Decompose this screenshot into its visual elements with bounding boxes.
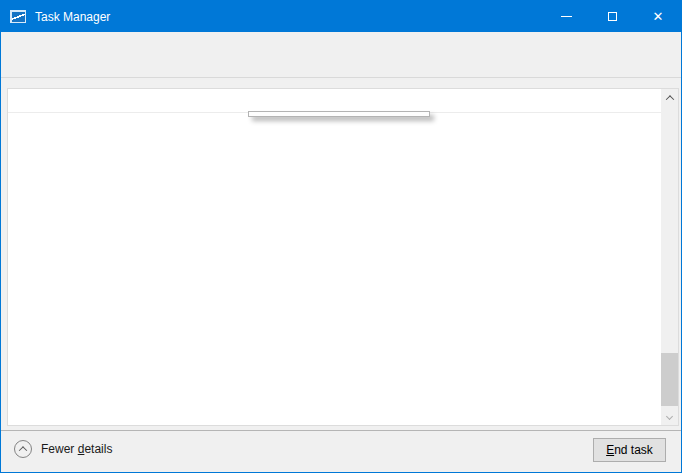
close-icon: ✕ xyxy=(653,9,664,24)
close-button[interactable]: ✕ xyxy=(635,1,681,32)
task-manager-window: Task Manager ✕ Fewer details End task xyxy=(0,0,682,473)
tab-strip xyxy=(1,52,681,78)
minimize-button[interactable] xyxy=(543,1,589,32)
maximize-button[interactable] xyxy=(589,1,635,32)
table-header xyxy=(8,89,678,113)
task-manager-icon xyxy=(10,10,26,23)
chevron-down-icon xyxy=(666,413,673,420)
scroll-up-button[interactable] xyxy=(661,89,678,106)
minimize-icon xyxy=(561,16,572,17)
window-controls: ✕ xyxy=(543,1,681,32)
scroll-down-button[interactable] xyxy=(661,408,678,425)
maximize-icon xyxy=(608,12,617,21)
menu-bar xyxy=(1,32,681,52)
fewer-details-toggle[interactable]: Fewer details xyxy=(14,440,112,458)
end-task-label: End task xyxy=(606,443,653,457)
end-task-button[interactable]: End task xyxy=(593,438,666,462)
details-table xyxy=(7,88,679,426)
fewer-details-label: Fewer details xyxy=(41,442,112,456)
context-menu xyxy=(248,111,430,117)
window-title: Task Manager xyxy=(35,10,110,24)
title-bar: Task Manager ✕ xyxy=(1,1,681,32)
footer-bar: Fewer details End task xyxy=(1,430,681,472)
chevron-up-circle-icon xyxy=(14,440,32,458)
vertical-scrollbar[interactable] xyxy=(661,89,678,425)
chevron-up-icon xyxy=(665,95,673,103)
scrollbar-thumb[interactable] xyxy=(661,353,678,406)
